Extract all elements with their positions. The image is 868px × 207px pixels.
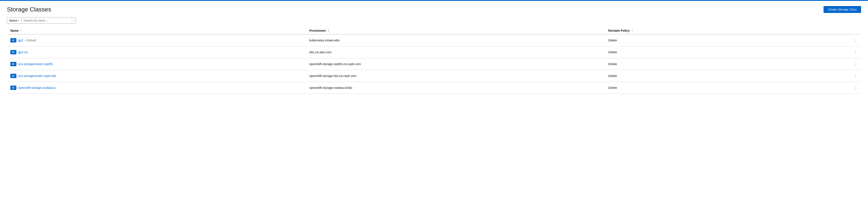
row-kebab-menu-button[interactable]: ⋮ xyxy=(852,49,859,56)
column-provisioner-label: Provisioner xyxy=(309,29,326,32)
slash-shortcut: / xyxy=(71,18,76,23)
storage-class-name-link[interactable]: openshift-storage.noobaa.io xyxy=(18,86,56,90)
row-actions-cell: ⋮ xyxy=(818,84,861,91)
reclaim-policy-value: Delete xyxy=(609,74,617,78)
storage-class-badge: SC xyxy=(10,85,17,90)
row-actions-cell: ⋮ xyxy=(818,61,861,67)
sort-asc-icon[interactable]: ↑ xyxy=(20,29,21,32)
storage-class-name-link[interactable]: gp2-csi xyxy=(18,50,28,54)
reclaim-policy-value: Delete xyxy=(609,39,617,42)
row-name-cell: SC openshift-storage.noobaa.io xyxy=(7,85,306,90)
column-filter-icon-reclaim[interactable]: ⋮ xyxy=(631,29,633,32)
row-reclaim-policy-cell: Delete xyxy=(605,62,818,66)
provisioner-value: openshift-storage.noobaa.io/obc xyxy=(309,86,352,90)
storage-class-name-link[interactable]: ocs-storagecluster-cephfs xyxy=(18,62,53,66)
row-provisioner-cell: ebs.csi.aws.com xyxy=(306,50,605,54)
row-kebab-menu-button[interactable]: ⋮ xyxy=(852,84,859,91)
provisioner-value: ebs.csi.aws.com xyxy=(309,50,332,54)
row-name-cell: SC gp2-csi xyxy=(7,50,306,54)
row-kebab-menu-button[interactable]: ⋮ xyxy=(852,61,859,67)
column-header-name: Name ↑ xyxy=(7,29,306,32)
table-row: SC ocs-storagecluster-cephfs openshift-s… xyxy=(7,58,861,70)
storage-class-badge: SC xyxy=(10,74,17,78)
row-provisioner-cell: openshift-storage.noobaa.io/obc xyxy=(306,86,605,90)
table-row: SC openshift-storage.noobaa.io openshift… xyxy=(7,82,861,94)
filter-name-label: Name xyxy=(9,19,17,22)
table-row: SC gp2-csi ebs.csi.aws.com Delete ⋮ xyxy=(7,46,861,58)
column-header-provisioner: Provisioner ⋮ xyxy=(306,29,605,32)
row-name-cell: SC ocs-storagecluster-ceph-rbd xyxy=(7,74,306,78)
reclaim-policy-value: Delete xyxy=(609,86,617,90)
create-storage-class-button[interactable]: Create Storage Class xyxy=(824,6,861,13)
page-header: Storage Classes Create Storage Class xyxy=(7,6,861,13)
row-actions-cell: ⋮ xyxy=(818,49,861,56)
storage-class-badge: SC xyxy=(10,50,17,54)
row-kebab-menu-button[interactable]: ⋮ xyxy=(852,73,859,79)
table-header: Name ↑ Provisioner ⋮ Reclaim Policy ⋮ xyxy=(7,27,861,34)
column-reclaim-label: Reclaim Policy xyxy=(609,29,630,32)
storage-class-badge: SC xyxy=(10,38,17,42)
reclaim-policy-value: Delete xyxy=(609,50,617,54)
reclaim-policy-value: Delete xyxy=(609,62,617,66)
provisioner-value: kubernetes.io/aws-ebs xyxy=(309,39,339,42)
row-reclaim-policy-cell: Delete xyxy=(605,86,818,90)
row-reclaim-policy-cell: Delete xyxy=(605,50,818,54)
chevron-down-icon: ▾ xyxy=(18,20,19,22)
table-body: SC gp2 – Default kubernetes.io/aws-ebs D… xyxy=(7,34,861,94)
provisioner-value: openshift-storage.cephfs.csi.ceph.com xyxy=(309,62,361,66)
filter-bar: Name ▾ / xyxy=(7,17,76,24)
storage-class-name-link[interactable]: gp2 xyxy=(18,39,23,42)
row-actions-cell: ⋮ xyxy=(818,37,861,43)
search-input[interactable] xyxy=(22,18,71,24)
row-provisioner-cell: openshift-storage.cephfs.csi.ceph.com xyxy=(306,62,605,66)
row-name-cell: SC ocs-storagecluster-cephfs xyxy=(7,62,306,66)
page-container: Storage Classes Create Storage Class Nam… xyxy=(0,1,868,99)
page-title: Storage Classes xyxy=(7,6,51,13)
table-row: SC ocs-storagecluster-ceph-rbd openshift… xyxy=(7,70,861,82)
row-name-cell: SC gp2 – Default xyxy=(7,38,306,42)
storage-class-name-link[interactable]: ocs-storagecluster-ceph-rbd xyxy=(18,74,56,78)
row-provisioner-cell: kubernetes.io/aws-ebs xyxy=(306,39,605,42)
row-reclaim-policy-cell: Delete xyxy=(605,39,818,42)
storage-class-badge: SC xyxy=(10,62,17,66)
row-provisioner-cell: openshift-storage.rbd.csi.ceph.com xyxy=(306,74,605,78)
storage-classes-table: Name ↑ Provisioner ⋮ Reclaim Policy ⋮ xyxy=(7,27,861,94)
column-header-reclaim-policy: Reclaim Policy ⋮ xyxy=(605,29,818,32)
row-kebab-menu-button[interactable]: ⋮ xyxy=(852,37,859,43)
default-label: – Default xyxy=(24,39,36,42)
column-name-label: Name xyxy=(10,29,19,32)
column-filter-icon[interactable]: ⋮ xyxy=(327,29,330,32)
table-row: SC gp2 – Default kubernetes.io/aws-ebs D… xyxy=(7,34,861,46)
filter-name-dropdown[interactable]: Name ▾ xyxy=(7,18,22,24)
provisioner-value: openshift-storage.rbd.csi.ceph.com xyxy=(309,74,356,78)
row-actions-cell: ⋮ xyxy=(818,73,861,79)
row-reclaim-policy-cell: Delete xyxy=(605,74,818,78)
